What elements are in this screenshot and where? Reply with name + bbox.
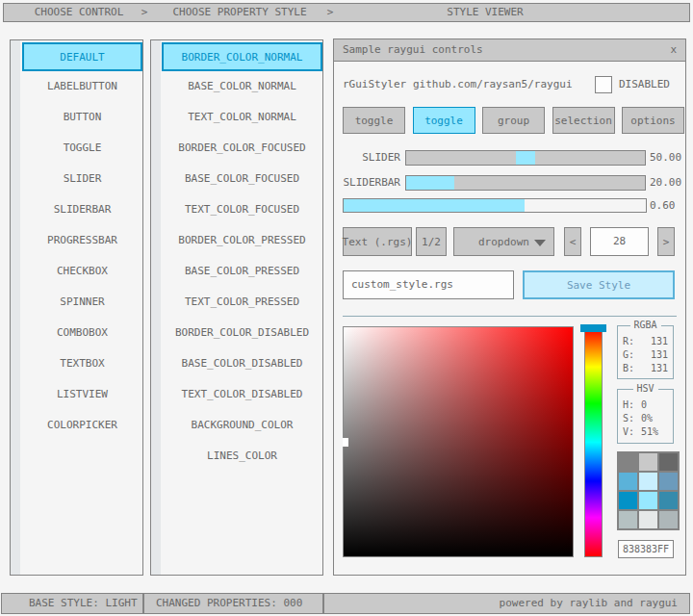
- half-button[interactable]: 1/2: [416, 227, 447, 256]
- sliderbar-label: SLIDERBAR: [334, 175, 400, 191]
- hsv-group-row-label: V:: [623, 425, 634, 439]
- disabled-checkbox[interactable]: [595, 76, 612, 93]
- control-item-textbox[interactable]: TEXTBOX: [22, 350, 142, 379]
- status-base-style: BASE STYLE: LIGHT: [1, 593, 143, 614]
- text-rgs-button[interactable]: Text (.rgs): [343, 227, 412, 256]
- style-color-swatches: [617, 451, 680, 530]
- properties-list-panel: BORDER_COLOR_NORMALBASE_COLOR_NORMALTEXT…: [150, 39, 323, 576]
- toggle-option-2-group[interactable]: group: [482, 107, 545, 134]
- rgba-group-row-value: 131: [651, 362, 668, 375]
- breadcrumb-separator: >: [327, 4, 334, 21]
- slider-handle[interactable]: [516, 151, 535, 165]
- toggle-option-3-selection[interactable]: selection: [552, 107, 615, 134]
- color-swatch[interactable]: [659, 492, 678, 509]
- hue-bar[interactable]: [584, 327, 603, 557]
- control-item-combobox[interactable]: COMBOBOX: [22, 320, 142, 348]
- property-item-border_color_disabled[interactable]: BORDER_COLOR_DISABLED: [162, 320, 322, 348]
- toggle-group: toggletogglegroupselectionoptions: [343, 107, 684, 134]
- control-item-spinner[interactable]: SPINNER: [22, 289, 142, 318]
- rgba-group-row-value: 131: [651, 335, 668, 348]
- style-name-input[interactable]: custom_style.rgs: [343, 270, 514, 299]
- sliderbar[interactable]: [405, 175, 646, 191]
- property-item-background_color[interactable]: BACKGROUND_COLOR: [162, 412, 322, 441]
- window-titlebar[interactable]: Sample raygui controls x: [334, 39, 685, 62]
- color-swatch[interactable]: [619, 453, 637, 471]
- rgba-group-row-value: 131: [651, 348, 668, 362]
- spinner-value[interactable]: 28: [590, 227, 649, 256]
- color-swatch[interactable]: [659, 473, 678, 490]
- slider-value: 50.00: [650, 150, 681, 166]
- color-swatch[interactable]: [659, 453, 678, 471]
- toggle-option-4-options[interactable]: options: [622, 107, 684, 134]
- toggle-option-1-toggle[interactable]: toggle: [413, 107, 475, 134]
- color-swatch[interactable]: [639, 492, 657, 509]
- color-swatch[interactable]: [619, 511, 637, 528]
- dropdown[interactable]: dropdown: [453, 227, 554, 256]
- color-swatch[interactable]: [619, 473, 637, 490]
- control-item-colorpicker[interactable]: COLORPICKER: [22, 412, 142, 441]
- breadcrumb-choose-property-style: CHOOSE PROPERTY STYLE: [172, 4, 306, 21]
- spinner-decrement-button[interactable]: <: [564, 227, 581, 256]
- control-item-listview[interactable]: LISTVIEW: [22, 381, 142, 410]
- sliderbar-value: 20.00: [650, 175, 681, 191]
- properties-list-scrollbar[interactable]: [151, 40, 161, 575]
- color-swatch[interactable]: [639, 511, 657, 528]
- property-item-text_color_pressed[interactable]: TEXT_COLOR_PRESSED: [162, 289, 322, 318]
- disabled-checkbox-label: DISABLED: [619, 76, 670, 93]
- controls-list-panel: DEFAULTLABELBUTTONBUTTONTOGGLESLIDERSLID…: [10, 39, 143, 576]
- property-item-lines_color[interactable]: LINES_COLOR: [162, 443, 322, 472]
- chevron-down-icon: [534, 240, 546, 246]
- status-credits: powered by raylib and raygui: [323, 593, 690, 614]
- control-item-button[interactable]: BUTTON: [22, 104, 142, 133]
- breadcrumb: CHOOSE CONTROL > CHOOSE PROPERTY STYLE >…: [3, 3, 690, 22]
- breadcrumb-style-viewer: STYLE VIEWER: [447, 4, 523, 21]
- hex-color-value[interactable]: 838383FF: [618, 540, 674, 558]
- property-item-text_color_normal[interactable]: TEXT_COLOR_NORMAL: [162, 104, 322, 133]
- property-item-base_color_pressed[interactable]: BASE_COLOR_PRESSED: [162, 258, 322, 287]
- color-picker-marker[interactable]: [343, 438, 348, 447]
- color-swatch[interactable]: [659, 511, 678, 528]
- spinner-increment-button[interactable]: >: [657, 227, 675, 256]
- divider: [343, 316, 677, 317]
- controls-list-scrollbar[interactable]: [11, 40, 20, 575]
- hsv-group-row-label: S:: [623, 412, 634, 425]
- progressbar-fill: [344, 199, 525, 212]
- rgba-group-row-label: B:: [623, 362, 634, 375]
- save-style-button[interactable]: Save Style: [523, 270, 675, 299]
- property-item-border_color_normal[interactable]: BORDER_COLOR_NORMAL: [162, 42, 322, 71]
- status-changed-properties: CHANGED PROPERTIES: 000: [143, 593, 323, 614]
- color-swatch[interactable]: [619, 492, 637, 509]
- property-item-text_color_focused[interactable]: TEXT_COLOR_FOCUSED: [162, 196, 322, 225]
- hsv-group-row-value: 0: [641, 398, 647, 412]
- control-item-sliderbar[interactable]: SLIDERBAR: [22, 196, 142, 225]
- breadcrumb-choose-control: CHOOSE CONTROL: [35, 4, 124, 21]
- hsv-group-row-value: 51%: [641, 425, 658, 439]
- control-item-slider[interactable]: SLIDER: [22, 166, 142, 194]
- control-item-progressbar[interactable]: PROGRESSBAR: [22, 227, 142, 256]
- property-item-base_color_disabled[interactable]: BASE_COLOR_DISABLED: [162, 350, 322, 379]
- repo-link[interactable]: github.com/raysan5/raygui: [413, 76, 573, 93]
- control-item-checkbox[interactable]: CHECKBOX: [22, 258, 142, 287]
- close-icon[interactable]: x: [670, 39, 677, 61]
- progressbar: [343, 198, 647, 213]
- toggle-option-0-toggle[interactable]: toggle: [343, 107, 405, 134]
- progressbar-value: 0.60: [650, 198, 676, 213]
- property-item-border_color_focused[interactable]: BORDER_COLOR_FOCUSED: [162, 135, 322, 164]
- hsv-group-row-value: 0%: [641, 412, 653, 425]
- property-item-text_color_disabled[interactable]: TEXT_COLOR_DISABLED: [162, 381, 322, 410]
- property-item-base_color_normal[interactable]: BASE_COLOR_NORMAL: [162, 73, 322, 102]
- rgba-group-row-label: G:: [623, 348, 634, 362]
- color-saturation-square[interactable]: [343, 326, 574, 557]
- slider[interactable]: [405, 150, 646, 166]
- hue-selector[interactable]: [580, 324, 606, 332]
- control-item-toggle[interactable]: TOGGLE: [22, 135, 142, 164]
- color-swatch[interactable]: [639, 453, 657, 471]
- property-item-border_color_pressed[interactable]: BORDER_COLOR_PRESSED: [162, 227, 322, 256]
- property-item-base_color_focused[interactable]: BASE_COLOR_FOCUSED: [162, 166, 322, 194]
- control-item-labelbutton[interactable]: LABELBUTTON: [22, 73, 142, 102]
- control-item-default[interactable]: DEFAULT: [22, 42, 142, 71]
- hsv-title: HSV: [632, 383, 657, 395]
- rgba-groupbox: RGBA R:131G:131B:131: [617, 325, 674, 379]
- color-swatch[interactable]: [639, 473, 657, 490]
- sliderbar-fill: [406, 176, 454, 190]
